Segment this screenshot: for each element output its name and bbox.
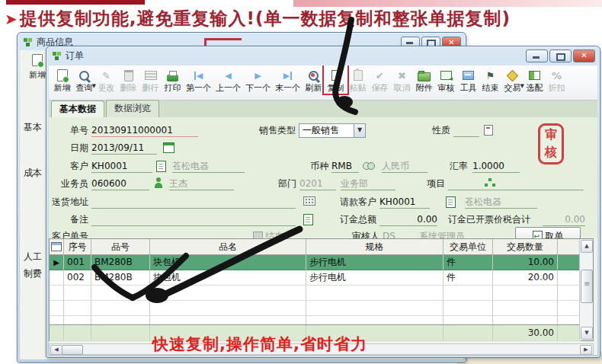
- toolbar-button-last[interactable]: ▶ 末一个: [273, 67, 303, 100]
- table-row[interactable]: ▶ 001 BM280B 块包机 步行电机 件 10.00: [50, 255, 593, 270]
- billing-customer-code-field[interactable]: KH0001: [379, 196, 430, 209]
- toolbar-button-new[interactable]: 新增: [51, 67, 73, 100]
- product-side-label-cost[interactable]: 成本: [24, 167, 42, 180]
- col-header-item-name[interactable]: 品名: [150, 239, 306, 255]
- total-qty-value: 30.00: [493, 325, 558, 341]
- order-window: 订单 新增 查询 ▼ ✎ 更改: [46, 46, 600, 358]
- app-logo-icon: [51, 50, 62, 61]
- new-doc-icon: [32, 54, 43, 66]
- toolbar-button-paste[interactable]: 粘贴: [347, 67, 369, 100]
- exchange-rate-field[interactable]: 1.0000: [472, 161, 520, 173]
- salesman-name-text: 王杰: [169, 178, 234, 190]
- toolbar-button-tools[interactable]: 工具: [457, 67, 479, 100]
- project-field[interactable]: [448, 178, 584, 190]
- order-window-titlebar[interactable]: 订单: [46, 46, 600, 65]
- tab-data-browse[interactable]: 数据浏览: [106, 100, 159, 117]
- nature-label: 性质: [427, 125, 450, 136]
- toolbar-button-trade[interactable]: 交易 ▼: [501, 67, 524, 100]
- toolbar-button-audit[interactable]: 审核: [435, 67, 457, 100]
- deposit-invoiced-label: 订金已开票价税合计: [448, 214, 540, 225]
- printer-icon: [167, 75, 178, 81]
- customer-code-field[interactable]: KH0001: [91, 161, 152, 173]
- minimize-button[interactable]: [526, 49, 548, 62]
- col-header-qty[interactable]: 交易数量: [493, 239, 558, 255]
- order-no-field[interactable]: 20130911000001: [91, 125, 198, 137]
- toolbar-button-print[interactable]: 打印: [162, 67, 184, 100]
- nature-doc-icon[interactable]: [484, 125, 493, 136]
- slide-top-bar-dark: [6, 0, 145, 5]
- deposit-total-field[interactable]: 0.00: [379, 214, 437, 226]
- department-code-field[interactable]: 0201: [299, 178, 336, 190]
- nature-field[interactable]: [453, 125, 479, 137]
- product-side-label-labor[interactable]: 人工: [24, 251, 42, 263]
- red-note-text: 快速复制,操作简单,省时省力: [152, 334, 367, 355]
- scroll-left-icon[interactable]: ◀: [50, 345, 62, 355]
- sales-type-select[interactable]: 一般销售▼: [299, 123, 366, 138]
- grid-columns-icon: [51, 242, 62, 251]
- product-side-label-fee[interactable]: 制费: [24, 267, 42, 280]
- col-header-seq[interactable]: 序号: [64, 239, 91, 255]
- product-side-label-basic[interactable]: 基本: [24, 121, 42, 134]
- search-icon: [79, 71, 89, 81]
- col-header-item-no[interactable]: 品号: [91, 239, 150, 255]
- billing-customer-lookup-icon[interactable]: [446, 196, 456, 208]
- row-marker-cell: [50, 270, 64, 286]
- currency-label: 币种: [306, 161, 328, 172]
- toolbar-button-delete-row[interactable]: 删行: [139, 67, 162, 100]
- current-row-arrow-icon: ▶: [53, 258, 59, 267]
- sales-type-label: 销售类型: [256, 125, 296, 136]
- toolbar-button-discount[interactable]: % 折扣: [546, 67, 568, 100]
- date-field[interactable]: 2013/09/11: [91, 142, 157, 155]
- scroll-down-icon[interactable]: ▼: [581, 327, 593, 340]
- billing-customer-label: 请款客户: [337, 196, 376, 208]
- col-header-spec[interactable]: 规格: [306, 239, 443, 255]
- customer-lookup-icon[interactable]: [156, 161, 166, 172]
- toolbar-button-save[interactable]: ✔ 保存: [369, 67, 391, 100]
- trade-icon: [507, 69, 519, 81]
- chevron-down-icon[interactable]: ▼: [354, 124, 365, 137]
- person-icon[interactable]: [154, 177, 163, 188]
- toolbar-button-query[interactable]: 查询 ▼: [73, 67, 95, 100]
- toolbar-button-refresh[interactable]: 刷新: [303, 67, 325, 100]
- pencil-icon: ✎: [102, 71, 110, 81]
- toolbar-button-copy[interactable]: 复制: [325, 67, 347, 100]
- toolbar-button-option[interactable]: 选配: [524, 67, 546, 100]
- tab-basic-data[interactable]: 基本数据: [51, 101, 104, 118]
- calendar-icon[interactable]: [163, 142, 175, 153]
- empty-row[interactable]: [50, 301, 593, 316]
- keyboard-icon[interactable]: [303, 196, 315, 206]
- toolbar-button-attachment[interactable]: 附件: [413, 67, 435, 100]
- refresh-icon: [309, 71, 319, 81]
- scroll-up-icon[interactable]: ▲: [581, 240, 593, 253]
- toolbar-button-prev[interactable]: ◀ 上一个: [213, 67, 243, 100]
- order-items-grid: 序号 品号 品名 规格 交易单位 交易数量 ▶ 001 BM280B 块包机 步…: [49, 238, 594, 341]
- delivery-address-label: 送货地址: [50, 196, 88, 208]
- salesman-code-field[interactable]: 060600: [91, 178, 149, 190]
- maximize-button[interactable]: [549, 49, 572, 62]
- toolbar-button-first[interactable]: ◀ 第一个: [184, 67, 213, 100]
- vertical-scrollbar[interactable]: ▲ ▼: [579, 239, 593, 340]
- col-header-extra: [558, 239, 581, 255]
- close-button[interactable]: [573, 49, 595, 62]
- empty-row[interactable]: [50, 286, 593, 301]
- table-row[interactable]: 002 BM280B 块包机 步行电机 件 20.00: [50, 270, 593, 286]
- coins-icon[interactable]: [363, 161, 375, 170]
- remark-field[interactable]: [91, 214, 296, 226]
- scroll-right-icon[interactable]: ▶: [580, 345, 592, 355]
- toolbar-button-finish[interactable]: ⚑ 结束: [479, 67, 501, 100]
- delivery-address-field[interactable]: [91, 196, 296, 209]
- scrollbar-thumb[interactable]: [581, 270, 593, 303]
- remark-note-icon[interactable]: [303, 214, 313, 225]
- toolbar-button-delete[interactable]: 删除: [117, 67, 139, 100]
- toolbar-button-cancel[interactable]: ✖ 取消: [391, 67, 413, 100]
- empty-row[interactable]: [50, 316, 593, 324]
- toolbar-button-modify[interactable]: ✎ 更改: [95, 67, 117, 100]
- toolbar-button-next[interactable]: ▶ 下一个: [243, 67, 273, 100]
- delete-row-icon: [145, 71, 157, 80]
- grid-corner-cell[interactable]: [50, 239, 64, 255]
- billing-customer-name-text: 苍松电器: [465, 196, 537, 209]
- currency-code-field[interactable]: RMB: [331, 161, 359, 173]
- org-chart-icon[interactable]: [485, 178, 495, 187]
- col-header-unit[interactable]: 交易单位: [443, 239, 493, 255]
- scrollbar-thumb[interactable]: [62, 345, 83, 355]
